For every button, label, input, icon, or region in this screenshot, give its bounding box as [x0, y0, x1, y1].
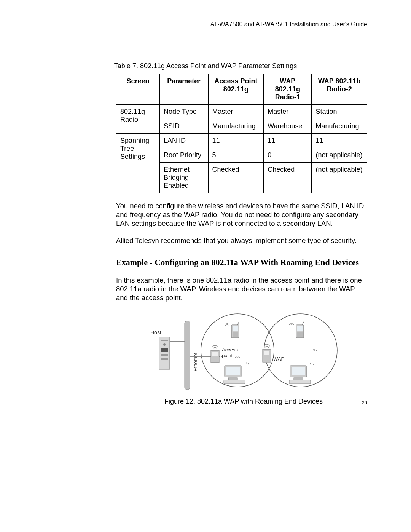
th-wap1: WAP 802.11g Radio-1: [264, 74, 312, 105]
document-page: AT-WA7500 and AT-WA7501 Installation and…: [0, 0, 411, 425]
parameter-table: Screen Parameter Access Point 802.11g WA…: [116, 74, 367, 193]
cell-ap: Checked: [208, 163, 264, 193]
th-wap2: WAP 802.11b Radio-2: [312, 74, 367, 105]
svg-rect-17: [224, 380, 245, 384]
svg-rect-9: [161, 358, 168, 360]
paragraph: You need to configure the wireless end d…: [116, 201, 367, 228]
cell-param: SSID: [159, 119, 208, 134]
ap-label-line2: point: [222, 353, 233, 358]
svg-rect-29: [292, 367, 305, 375]
svg-rect-25: [297, 326, 303, 331]
th-screen: Screen: [116, 74, 160, 105]
cell-wap1: Checked: [264, 163, 312, 193]
figure-caption: Figure 12. 802.11a WAP with Roaming End …: [148, 398, 339, 406]
th-ap: Access Point 802.11g: [208, 74, 264, 105]
wap-label: WAP: [273, 356, 284, 362]
paragraph: Allied Telesyn recommends that you alway…: [116, 236, 367, 245]
running-header: AT-WA7500 and AT-WA7501 Installation and…: [44, 21, 367, 28]
svg-rect-2: [185, 321, 190, 390]
table-caption: Table 7. 802.11g Access Point and WAP Pa…: [44, 62, 367, 70]
cell-ap: Manufacturing: [208, 119, 264, 134]
svg-line-21: [237, 322, 239, 325]
svg-rect-31: [289, 380, 311, 384]
ap-label-line1: Access: [222, 347, 238, 353]
svg-rect-8: [161, 354, 168, 356]
svg-rect-19: [233, 326, 238, 331]
svg-rect-10: [161, 340, 168, 341]
page-number: 29: [362, 400, 367, 406]
svg-rect-6: [159, 337, 170, 369]
section-heading: Example - Configuring an 802.11a WAP Wit…: [116, 257, 371, 267]
svg-rect-26: [297, 332, 303, 337]
svg-rect-16: [228, 378, 237, 380]
cell-wap2: 11: [312, 134, 367, 148]
cell-wap2: Manufacturing: [312, 119, 367, 134]
ethernet-label: Ethernet: [193, 352, 198, 371]
cell-param: Node Type: [159, 105, 208, 119]
figure: Host Ethernet Access point: [148, 310, 339, 406]
cell-screen: Spanning Tree Settings: [116, 134, 160, 193]
cell-ap: 11: [208, 134, 264, 148]
cell-wap1: 0: [264, 148, 312, 163]
svg-rect-20: [233, 332, 238, 337]
svg-point-11: [163, 343, 166, 346]
cell-wap1: 11: [264, 134, 312, 148]
svg-rect-23: [264, 351, 269, 355]
cell-wap1: Warehouse: [264, 119, 312, 134]
svg-rect-15: [226, 367, 240, 375]
table-row: Spanning Tree Settings LAN ID 11 11 11: [116, 134, 367, 148]
cell-ap: 5: [208, 148, 264, 163]
cell-param: Root Priority: [159, 148, 208, 163]
network-diagram-icon: Host Ethernet Access point: [148, 310, 339, 392]
cell-ap: Master: [208, 105, 264, 119]
svg-rect-30: [294, 378, 303, 380]
cell-param: LAN ID: [159, 134, 208, 148]
paragraph: In this example, there is one 802.11a ra…: [116, 276, 367, 302]
cell-wap1: Master: [264, 105, 312, 119]
cell-param: Ethernet Bridging Enabled: [159, 163, 208, 193]
th-parameter: Parameter: [159, 74, 208, 105]
svg-rect-13: [212, 352, 218, 356]
cell-wap2: Station: [312, 105, 367, 119]
table-header-row: Screen Parameter Access Point 802.11g WA…: [116, 74, 367, 105]
cell-wap2: (not applicable): [312, 148, 367, 163]
table-row: 802.11g Radio Node Type Master Master St…: [116, 105, 367, 119]
cell-screen: 802.11g Radio: [116, 105, 160, 134]
host-label: Host: [150, 329, 161, 335]
cell-wap2: (not applicable): [312, 163, 367, 193]
svg-rect-7: [161, 348, 168, 352]
svg-line-27: [302, 322, 304, 325]
